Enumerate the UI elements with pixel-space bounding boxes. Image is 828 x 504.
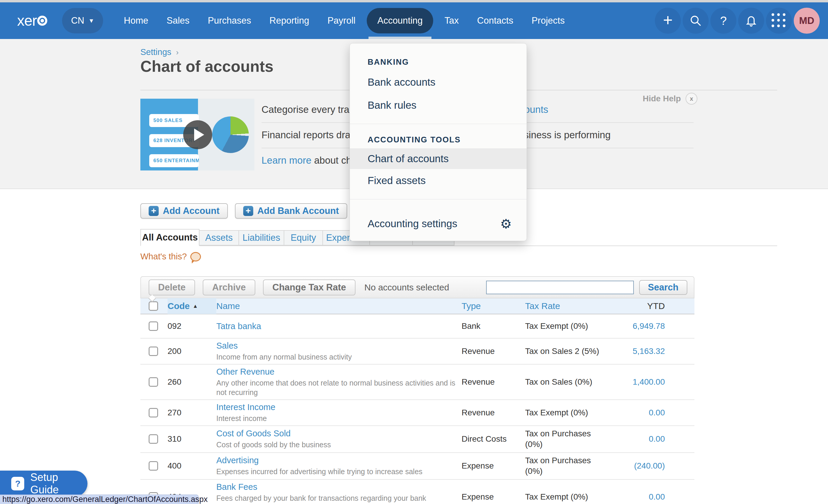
row-ytd-link[interactable]: 0.00 [649, 408, 665, 417]
tab-liabilities[interactable]: Liabilities [239, 230, 284, 246]
nav-item-payroll[interactable]: Payroll [320, 8, 363, 33]
video-label-3: 650 ENTERTAINME [149, 154, 199, 167]
row-ytd-link[interactable]: 0.00 [649, 492, 665, 501]
row-name-cell: Bank FeesFees charged by your bank for t… [216, 482, 462, 504]
row-ytd-link[interactable]: 0.00 [649, 434, 665, 444]
row-name-cell: Cost of Goods SoldCost of goods sold by … [216, 429, 462, 449]
menu-item-accounting-settings[interactable]: Accounting settings⚙ [350, 207, 527, 241]
select-all-checkbox[interactable] [149, 301, 158, 311]
row-name-cell: Tatra banka [216, 322, 462, 331]
org-switcher[interactable]: CN ▼ [62, 8, 103, 33]
row-name-cell: AdvertisingExpenses incurred for adverti… [216, 456, 462, 476]
hide-help: Hide Help x [643, 93, 697, 104]
account-name-link[interactable]: Interest Income [216, 403, 276, 412]
tab-assets[interactable]: Assets [200, 230, 239, 246]
row-ytd-link[interactable]: (240.00) [634, 461, 665, 470]
row-type: Revenue [462, 408, 525, 417]
row-type: Direct Costs [462, 434, 525, 444]
nav-item-reporting[interactable]: Reporting [262, 8, 316, 33]
row-ytd-link[interactable]: 6,949.78 [633, 322, 665, 331]
menu-item-bank-rules[interactable]: Bank rules [350, 94, 527, 117]
plus-icon[interactable]: + [655, 8, 681, 34]
account-name-link[interactable]: Sales [216, 341, 238, 350]
nav-right-icons: +?MD [655, 8, 820, 34]
column-header-name[interactable]: Name [216, 301, 462, 311]
table-row: 270Interest IncomeInterest incomeRevenue… [140, 400, 695, 426]
menu-item-bank-accounts[interactable]: Bank accounts [350, 71, 527, 94]
row-checkbox[interactable] [149, 434, 158, 444]
row-checkbox[interactable] [149, 408, 158, 417]
bell-icon[interactable] [738, 8, 764, 34]
close-icon[interactable]: x [686, 93, 697, 104]
nav-item-purchases[interactable]: Purchases [201, 8, 258, 33]
account-name-link[interactable]: Tatra banka [216, 322, 261, 331]
sort-asc-icon: ▲ [193, 303, 198, 309]
search-button[interactable]: Search [639, 280, 687, 295]
table-row: 200SalesIncome from any normal business … [140, 339, 695, 365]
column-header-type[interactable]: Type [462, 301, 525, 311]
add-bank-account-button[interactable]: + Add Bank Account [235, 203, 347, 219]
chevron-down-icon: ▼ [88, 17, 94, 24]
row-ytd-link[interactable]: 5,163.32 [633, 346, 665, 356]
column-header-tax-rate[interactable]: Tax Rate [525, 301, 608, 311]
plus-icon: + [149, 206, 159, 216]
help-icon[interactable]: ? [710, 8, 736, 34]
add-bank-account-label: Add Bank Account [257, 206, 339, 216]
account-name-link[interactable]: Bank Fees [216, 482, 257, 492]
org-short-name: CN [71, 15, 84, 26]
xero-logo[interactable]: xer [17, 12, 47, 29]
breadcrumb: Settings › [140, 47, 179, 57]
row-type: Bank [462, 322, 525, 331]
row-checkbox[interactable] [149, 461, 158, 471]
nav-item-contacts[interactable]: Contacts [470, 8, 521, 33]
play-icon[interactable] [183, 120, 212, 149]
nav-item-home[interactable]: Home [117, 8, 156, 33]
account-name-link[interactable]: Advertising [216, 456, 258, 465]
tab-all-accounts[interactable]: All Accounts [140, 229, 200, 246]
account-name-link[interactable]: Other Revenue [216, 367, 275, 376]
breadcrumb-settings-link[interactable]: Settings [140, 47, 171, 57]
row-checkbox[interactable] [149, 346, 158, 356]
menu-section-header-1: ACCOUNTING TOOLS [350, 131, 527, 148]
menu-section-header-0: BANKING [350, 53, 527, 71]
whats-this-link[interactable]: What's this? [140, 252, 201, 261]
search-icon[interactable] [682, 8, 709, 34]
account-description: Cost of goods sold by the business [216, 440, 462, 449]
account-name-link[interactable]: Cost of Goods Sold [216, 429, 290, 438]
archive-button[interactable]: Archive [203, 280, 255, 295]
menu-item-chart-of-accounts[interactable]: Chart of accounts [350, 148, 527, 169]
nav-item-accounting[interactable]: Accounting [367, 8, 433, 33]
nav-item-tax[interactable]: Tax [437, 8, 466, 33]
row-tax-rate: Tax on Sales 2 (5%) [525, 346, 608, 356]
column-header-ytd: YTD [608, 301, 695, 311]
pie-chart-graphic [212, 116, 249, 153]
apps-icon[interactable] [766, 8, 792, 34]
row-checkbox[interactable] [149, 377, 158, 387]
delete-button[interactable]: Delete [149, 280, 195, 295]
change-tax-rate-button[interactable]: Change Tax Rate [263, 280, 356, 295]
row-checkbox[interactable] [149, 322, 158, 331]
tab-equity[interactable]: Equity [284, 230, 323, 246]
menu-item-fixed-assets[interactable]: Fixed assets [350, 169, 527, 192]
hide-help-label[interactable]: Hide Help [643, 94, 681, 103]
nav-item-sales[interactable]: Sales [160, 8, 197, 33]
user-avatar[interactable]: MD [794, 8, 820, 34]
row-code: 260 [168, 377, 216, 387]
nav-item-projects[interactable]: Projects [525, 8, 572, 33]
whats-this-label: What's this? [140, 252, 187, 261]
row-type: Expense [462, 492, 525, 502]
help-video-thumbnail[interactable]: 500 SALES 628 INVENTORY 650 ENTERTAINME [140, 99, 254, 170]
setup-guide-button[interactable]: ? Setup Guide [0, 471, 87, 497]
row-tax-rate: Tax on Purchases (0%) [525, 455, 608, 477]
row-type: Revenue [462, 377, 525, 387]
page-title: Chart of accounts [140, 57, 274, 75]
help-link[interactable]: Learn more [261, 155, 312, 166]
search-input[interactable] [486, 281, 634, 294]
column-header-code[interactable]: Code ▲ [168, 298, 216, 314]
add-account-button[interactable]: + Add Account [140, 203, 228, 219]
row-ytd-link[interactable]: 1,400.00 [633, 377, 665, 386]
gear-icon: ⚙ [500, 216, 512, 231]
row-code: 400 [168, 461, 216, 471]
accounting-settings-label: Accounting settings [368, 218, 457, 229]
row-type: Revenue [462, 346, 525, 356]
